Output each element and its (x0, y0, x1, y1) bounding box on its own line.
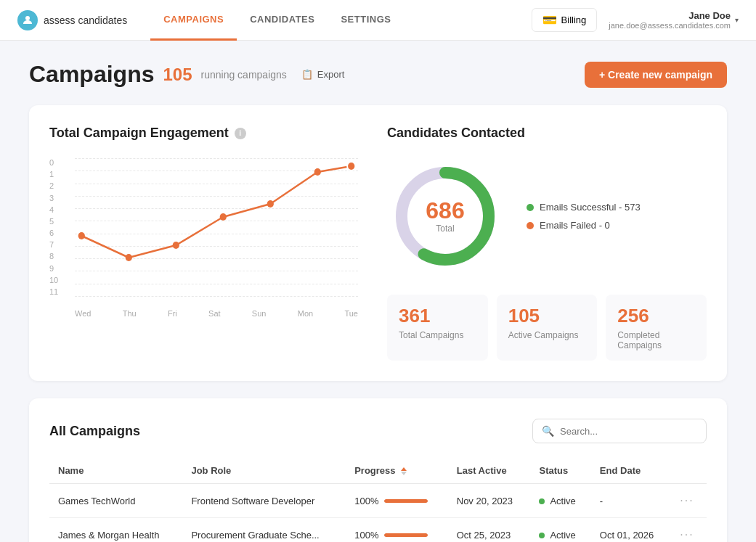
progress-bar-fill (384, 499, 428, 503)
search-box[interactable]: 🔍 (532, 419, 707, 443)
progress-bar-fill (384, 533, 428, 537)
cell-end-date: Oct 01, 2026 (591, 518, 671, 543)
donut-center: 686 Total (426, 199, 464, 234)
status-label: Active (550, 496, 575, 506)
cell-name: James & Morgan Health (49, 518, 182, 543)
legend-failed: Emails Failed - 0 (527, 220, 641, 231)
status-label: Active (550, 530, 575, 541)
col-last-active: Last Active (448, 458, 531, 484)
chevron-down-icon: ▾ (735, 16, 739, 24)
sort-icon (401, 467, 407, 475)
cell-progress: 100% (346, 484, 448, 518)
chart-x-labels: Wed Thu Fri Sat Sun Mon Tue (75, 309, 358, 318)
status-dot-active (539, 498, 545, 504)
running-count: 105 (163, 65, 192, 85)
col-actions (671, 458, 707, 484)
campaigns-card: All Campaigns 🔍 Name Job Role Progress (29, 398, 727, 542)
cell-job-role: Frontend Software Developer (182, 484, 346, 518)
info-icon: i (235, 128, 246, 139)
cell-status: Active (530, 484, 590, 518)
progress-value: 100% (354, 530, 378, 541)
cell-name: Games TechWorld (49, 484, 182, 518)
user-email: jane.doe@assess.candidates.com (609, 21, 731, 30)
nav-item-candidates[interactable]: CANDIDATES (237, 0, 328, 41)
engagement-card: Total Campaign Engagement i 11 10 9 8 7 … (29, 105, 727, 381)
donut-chart: 686 Total (387, 158, 503, 274)
campaigns-table: Name Job Role Progress Last Active Statu… (49, 458, 707, 542)
svg-point-5 (267, 200, 274, 208)
table-body: Games TechWorld Frontend Software Develo… (49, 484, 707, 543)
chart-y-labels: 11 10 9 8 7 6 5 4 3 2 1 0 (49, 158, 71, 296)
svg-point-6 (314, 168, 321, 176)
svg-point-7 (347, 162, 355, 171)
export-button[interactable]: 📋 Export (301, 69, 345, 80)
progress-cell: 100% (354, 496, 439, 506)
engagement-inner: Total Campaign Engagement i 11 10 9 8 7 … (49, 126, 707, 361)
search-icon: 🔍 (542, 425, 554, 437)
nav-item-campaigns[interactable]: CAMPAIGNS (150, 0, 237, 41)
cell-last-active: Oct 25, 2023 (448, 518, 531, 543)
stat-total-number: 361 (399, 305, 476, 327)
stat-total-label: Total Campaigns (399, 330, 476, 340)
legend-successful: Emails Successful - 573 (527, 202, 641, 213)
stat-active: 105 Active Campaigns (497, 295, 598, 361)
progress-cell: 100% (354, 530, 439, 541)
stat-completed: 256 Completed Campaigns (606, 295, 707, 361)
header-right: 💳 Billing Jane Doe jane.doe@assess.candi… (532, 8, 739, 32)
svg-point-0 (25, 16, 30, 20)
more-button[interactable]: ··· (680, 528, 694, 541)
main-nav: CAMPAIGNS CANDIDATES SETTINGS (150, 0, 531, 41)
cell-end-date: - (591, 484, 671, 518)
cell-last-active: Nov 20, 2023 (448, 484, 531, 518)
cell-more[interactable]: ··· (671, 518, 707, 543)
engagement-title: Total Campaign Engagement i (49, 126, 358, 141)
donut-row: 686 Total Emails Successful - 573 Emails… (387, 158, 707, 274)
main-header: assess candidates CAMPAIGNS CANDIDATES S… (0, 0, 756, 41)
stat-active-number: 105 (508, 305, 586, 327)
donut-total-label: Total (426, 223, 464, 234)
main-content: Campaigns 105 running campaigns 📋 Export… (0, 41, 756, 542)
cell-more[interactable]: ··· (671, 484, 707, 518)
candidates-contacted-title: Candidates Contacted (387, 126, 707, 141)
stat-completed-label: Completed Campaigns (617, 330, 695, 350)
status-dot-active (539, 533, 545, 538)
nav-item-settings[interactable]: SETTINGS (328, 0, 404, 41)
logo[interactable]: assess candidates (17, 10, 127, 30)
stats-row: 361 Total Campaigns 105 Active Campaigns… (387, 295, 707, 361)
page-title-area: Campaigns 105 running campaigns 📋 Export (29, 61, 344, 88)
search-input[interactable] (560, 426, 697, 437)
page-header: Campaigns 105 running campaigns 📋 Export… (29, 61, 727, 88)
billing-button[interactable]: 💳 Billing (532, 8, 598, 32)
svg-point-4 (220, 213, 227, 221)
table-header: Name Job Role Progress Last Active Statu… (49, 458, 707, 484)
logo-text: assess candidates (44, 15, 127, 26)
logo-icon (17, 10, 38, 30)
user-name: Jane Doe (688, 10, 731, 21)
progress-bar-bg (384, 533, 428, 537)
stat-active-label: Active Campaigns (508, 330, 586, 340)
col-name: Name (49, 458, 182, 484)
legend-successful-label: Emails Successful - 573 (540, 202, 641, 213)
table-row: Games TechWorld Frontend Software Develo… (49, 484, 707, 518)
legend-failed-label: Emails Failed - 0 (540, 220, 610, 231)
engagement-right: Candidates Contacted (387, 126, 707, 361)
campaigns-table-title: All Campaigns (49, 424, 140, 439)
donut-total-number: 686 (426, 199, 464, 222)
svg-point-3 (173, 242, 179, 249)
progress-bar-bg (384, 499, 428, 503)
stat-completed-number: 256 (617, 305, 695, 327)
billing-icon: 💳 (542, 13, 557, 27)
col-job-role: Job Role (182, 458, 346, 484)
user-text: Jane Doe jane.doe@assess.candidates.com (609, 10, 731, 30)
cell-progress: 100% (346, 518, 448, 543)
more-button[interactable]: ··· (680, 494, 694, 507)
col-progress[interactable]: Progress (346, 458, 448, 484)
svg-point-1 (78, 232, 85, 239)
stat-total: 361 Total Campaigns (387, 295, 488, 361)
col-status: Status (530, 458, 590, 484)
create-campaign-button[interactable]: + Create new campaign (585, 62, 727, 88)
line-chart: 11 10 9 8 7 6 5 4 3 2 1 0 (49, 158, 358, 318)
engagement-left: Total Campaign Engagement i 11 10 9 8 7 … (49, 126, 358, 361)
progress-value: 100% (354, 496, 378, 506)
user-menu[interactable]: Jane Doe jane.doe@assess.candidates.com … (609, 10, 739, 30)
